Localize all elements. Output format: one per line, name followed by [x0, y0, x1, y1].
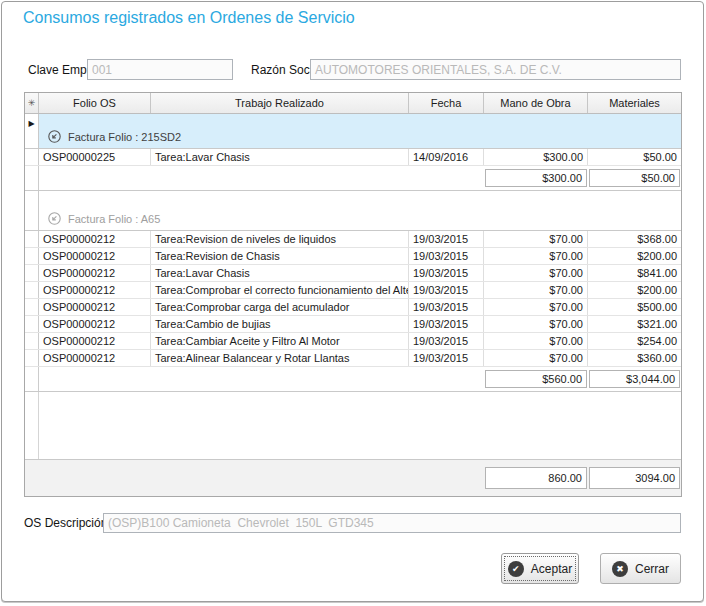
subtotal-materiales: $50.00	[589, 169, 680, 187]
cell-fecha: 14/09/2016	[409, 149, 484, 165]
cell-fecha: 19/03/2015	[409, 299, 484, 315]
os-descripcion-field[interactable]: (OSP)B100 Camioneta Chevrolet 150L GTD34…	[103, 513, 681, 533]
table-row[interactable]: OSP00000212 Tarea:Lavar Chasis 19/03/201…	[25, 265, 681, 282]
cell-mano-de-obra: $70.00	[484, 299, 588, 315]
cell-folio: OSP00000212	[39, 265, 151, 281]
cell-folio: OSP00000212	[39, 316, 151, 332]
grand-total-materiales: 3094.00	[589, 467, 680, 489]
grand-total-mano-de-obra: 860.00	[485, 467, 587, 489]
column-header-folio-os[interactable]: Folio OS	[39, 93, 151, 113]
grid-footer: 860.00 3094.00	[25, 459, 681, 496]
collapse-icon[interactable]	[48, 212, 61, 225]
cerrar-button-label: Cerrar	[635, 562, 669, 576]
cell-mano-de-obra: $300.00	[484, 149, 588, 165]
page-title: Consumos registrados en Ordenes de Servi…	[23, 9, 355, 27]
razon-social-value: AUTOMOTORES ORIENTALES, S.A. DE C.V.	[315, 63, 562, 77]
cell-materiales: $368.00	[588, 231, 681, 247]
cell-mano-de-obra: $70.00	[484, 316, 588, 332]
table-row[interactable]: OSP00000212 Tarea:Cambio de bujias 19/03…	[25, 316, 681, 333]
aceptar-button[interactable]: ✔ Aceptar	[501, 553, 579, 584]
grid-empty-area	[25, 392, 681, 459]
consumos-grid: ✳ Folio OS Trabajo Realizado Fecha Mano …	[24, 92, 682, 497]
cell-folio: OSP00000212	[39, 350, 151, 366]
cell-fecha: 19/03/2015	[409, 282, 484, 298]
grid-header-row: ✳ Folio OS Trabajo Realizado Fecha Mano …	[25, 93, 681, 114]
cell-mano-de-obra: $70.00	[484, 248, 588, 264]
cell-materiales: $200.00	[588, 282, 681, 298]
cell-trabajo: Tarea:Alinear Balancear y Rotar Llantas	[151, 350, 409, 366]
column-header-materiales[interactable]: Materiales	[588, 93, 681, 113]
subtotal-mano-de-obra: $300.00	[485, 169, 587, 187]
table-row[interactable]: OSP00000212 Tarea:Alinear Balancear y Ro…	[25, 350, 681, 367]
cell-fecha: 19/03/2015	[409, 248, 484, 264]
cell-materiales: $50.00	[588, 149, 681, 165]
collapse-icon[interactable]	[48, 130, 61, 143]
cell-trabajo: Tarea:Cambiar Aceite y Filtro Al Motor	[151, 333, 409, 349]
cell-trabajo: Tarea:Lavar Chasis	[151, 265, 409, 281]
cell-mano-de-obra: $70.00	[484, 350, 588, 366]
table-row[interactable]: OSP00000212 Tarea:Revision de Chasis 19/…	[25, 248, 681, 265]
cell-trabajo: Tarea:Cambio de bujias	[151, 316, 409, 332]
table-row[interactable]: OSP00000225 Tarea:Lavar Chasis 14/09/201…	[25, 149, 681, 166]
column-header-mano-de-obra[interactable]: Mano de Obra	[484, 93, 588, 113]
cell-trabajo: Tarea:Comprobar el correcto funcionamien…	[151, 282, 409, 298]
cell-materiales: $321.00	[588, 316, 681, 332]
razon-social-field[interactable]: AUTOMOTORES ORIENTALES, S.A. DE C.V.	[310, 59, 681, 80]
group-header-label: Factura Folio : 215SD2	[68, 131, 181, 143]
row-selector-icon: ▶	[28, 120, 34, 148]
cell-mano-de-obra: $70.00	[484, 231, 588, 247]
cell-trabajo: Tarea:Revision de Chasis	[151, 248, 409, 264]
clave-empresa-value: 001	[92, 63, 112, 77]
cell-trabajo: Tarea:Revision de niveles de liquidos	[151, 231, 409, 247]
table-row[interactable]: OSP00000212 Tarea:Comprobar carga del ac…	[25, 299, 681, 316]
cell-materiales: $254.00	[588, 333, 681, 349]
table-row[interactable]: OSP00000212 Tarea:Cambiar Aceite y Filtr…	[25, 333, 681, 350]
cell-folio: OSP00000212	[39, 333, 151, 349]
os-descripcion-value: (OSP)B100 Camioneta Chevrolet 150L GTD34…	[108, 516, 374, 530]
clave-empresa-field[interactable]: 001	[87, 59, 233, 80]
cell-folio: OSP00000212	[39, 248, 151, 264]
group-subtotal-row: $560.00 $3,044.00	[25, 367, 681, 392]
group-header-label: Factura Folio : A65	[68, 213, 160, 225]
cell-mano-de-obra: $70.00	[484, 333, 588, 349]
cell-folio: OSP00000225	[39, 149, 151, 165]
cell-materiales: $841.00	[588, 265, 681, 281]
accept-check-icon: ✔	[508, 561, 524, 577]
cell-fecha: 19/03/2015	[409, 316, 484, 332]
cell-trabajo: Tarea:Lavar Chasis	[151, 149, 409, 165]
table-row[interactable]: OSP00000212 Tarea:Revision de niveles de…	[25, 231, 681, 248]
cell-fecha: 19/03/2015	[409, 265, 484, 281]
cell-fecha: 19/03/2015	[409, 350, 484, 366]
cell-materiales: $360.00	[588, 350, 681, 366]
cell-fecha: 19/03/2015	[409, 333, 484, 349]
cell-mano-de-obra: $70.00	[484, 265, 588, 281]
aceptar-button-label: Aceptar	[531, 562, 572, 576]
group-row-215SD2[interactable]: ▶ Factura Folio : 215SD2	[25, 114, 681, 149]
cell-fecha: 19/03/2015	[409, 231, 484, 247]
cell-folio: OSP00000212	[39, 299, 151, 315]
close-x-icon: ✖	[612, 561, 628, 577]
new-row-icon: ✳	[28, 98, 36, 108]
os-descripcion-label: OS Descripción:	[24, 516, 111, 530]
subtotal-mano-de-obra: $560.00	[485, 370, 587, 388]
cell-folio: OSP00000212	[39, 282, 151, 298]
subtotal-materiales: $3,044.00	[589, 370, 680, 388]
cell-materiales: $200.00	[588, 248, 681, 264]
table-row[interactable]: OSP00000212 Tarea:Comprobar el correcto …	[25, 282, 681, 299]
cell-materiales: $500.00	[588, 299, 681, 315]
cerrar-button[interactable]: ✖ Cerrar	[600, 553, 681, 584]
column-header-trabajo-realizado[interactable]: Trabajo Realizado	[151, 93, 409, 113]
column-header-fecha[interactable]: Fecha	[409, 93, 484, 113]
cell-mano-de-obra: $70.00	[484, 282, 588, 298]
cell-folio: OSP00000212	[39, 231, 151, 247]
cell-trabajo: Tarea:Comprobar carga del acumulador	[151, 299, 409, 315]
new-row-header-cell: ✳	[25, 93, 39, 113]
group-subtotal-row: $300.00 $50.00	[25, 166, 681, 191]
group-row-A65[interactable]: Factura Folio : A65	[25, 191, 681, 231]
